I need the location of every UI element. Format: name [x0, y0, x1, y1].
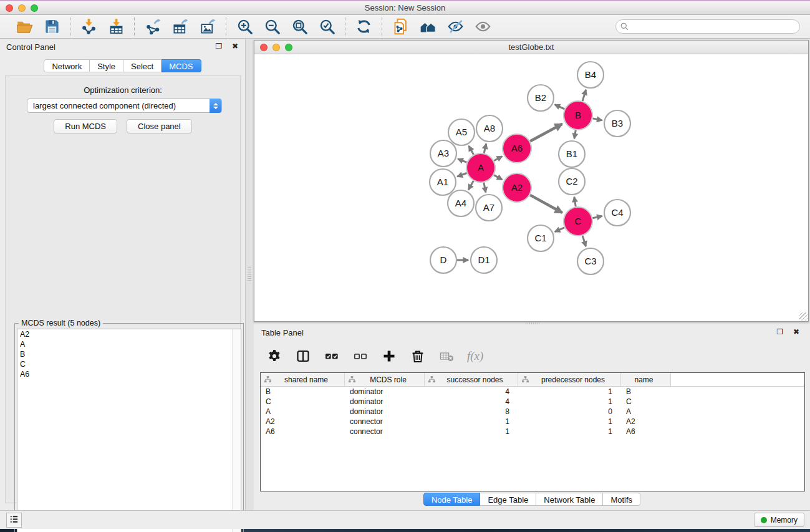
optimization-criterion-select[interactable]: largest connected component (directed): [27, 99, 222, 113]
cell[interactable]: B: [621, 387, 671, 397]
cell[interactable]: A2: [261, 417, 345, 427]
cell[interactable]: connector: [345, 427, 425, 437]
float-panel-icon[interactable]: ❒: [775, 327, 785, 337]
tab-network[interactable]: Network: [44, 59, 90, 72]
divider-grip[interactable]: [248, 267, 251, 281]
node-A2[interactable]: A2: [503, 173, 531, 202]
close-panel-button[interactable]: Close panel: [127, 119, 192, 133]
edge-B-B4[interactable]: [582, 90, 586, 101]
close-traffic-light[interactable]: [6, 4, 13, 12]
edge-C-C2[interactable]: [574, 197, 576, 207]
cell[interactable]: 1: [425, 417, 518, 427]
node-B1[interactable]: B1: [559, 141, 585, 167]
edge-C-C4[interactable]: [592, 216, 602, 218]
export-table-icon[interactable]: [171, 17, 190, 36]
cell[interactable]: dominator: [345, 387, 425, 397]
close-panel-icon[interactable]: ✖: [791, 327, 801, 337]
column-header[interactable]: predecessor nodes: [518, 373, 621, 386]
cell[interactable]: 0: [518, 407, 621, 417]
list-item[interactable]: B: [17, 349, 241, 359]
houses-icon[interactable]: [418, 17, 437, 36]
run-mcds-button[interactable]: Run MCDS: [54, 119, 117, 133]
tab-motifs[interactable]: Motifs: [603, 493, 640, 506]
node-B3[interactable]: B3: [604, 110, 630, 137]
export-image-icon[interactable]: [198, 17, 217, 36]
minimize-traffic-light[interactable]: [272, 44, 280, 51]
edge-A6-B[interactable]: [530, 124, 562, 142]
cell[interactable]: 1: [425, 427, 518, 437]
cell[interactable]: 1: [518, 387, 621, 397]
save-icon[interactable]: [42, 17, 61, 36]
node-A1[interactable]: A1: [430, 169, 456, 195]
node-C1[interactable]: C1: [528, 225, 554, 251]
edge-A-A4[interactable]: [468, 181, 473, 190]
search-input[interactable]: [615, 19, 800, 34]
node-B2[interactable]: B2: [528, 85, 554, 111]
node-B4[interactable]: B4: [577, 62, 604, 88]
zoom-in-icon[interactable]: [235, 17, 254, 36]
select-all-icon[interactable]: [324, 348, 340, 364]
zoom-fit-icon[interactable]: [290, 17, 309, 36]
hide-selected-icon[interactable]: [446, 17, 465, 36]
cell[interactable]: 1: [518, 427, 621, 437]
list-item[interactable]: A: [17, 339, 241, 349]
edge-A2-C[interactable]: [530, 195, 562, 213]
edge-A-A7[interactable]: [484, 183, 486, 193]
tab-edge-table[interactable]: Edge Table: [480, 493, 536, 506]
zoom-out-icon[interactable]: [263, 17, 281, 36]
cell[interactable]: dominator: [345, 407, 425, 417]
task-history-button[interactable]: [6, 513, 22, 528]
node-C[interactable]: C: [564, 207, 592, 236]
delete-icon[interactable]: [410, 348, 426, 364]
cell[interactable]: 4: [425, 387, 518, 397]
node-C4[interactable]: C4: [604, 200, 630, 226]
zoom-traffic-light[interactable]: [285, 44, 292, 51]
cell[interactable]: dominator: [345, 397, 425, 407]
list-item[interactable]: A6: [17, 369, 241, 379]
node-A5[interactable]: A5: [448, 119, 475, 145]
cell[interactable]: 1: [518, 417, 621, 427]
node-D1[interactable]: D1: [471, 247, 497, 273]
edge-A-A6[interactable]: [494, 157, 502, 161]
edge-C-C3[interactable]: [582, 236, 586, 246]
cell[interactable]: A: [261, 407, 345, 417]
cell[interactable]: connector: [345, 417, 425, 427]
cell[interactable]: 4: [425, 397, 518, 407]
import-table-icon[interactable]: [107, 17, 125, 36]
cell[interactable]: 8: [425, 407, 518, 417]
node-A3[interactable]: A3: [430, 140, 456, 167]
list-item[interactable]: A2: [17, 329, 241, 339]
node-A8[interactable]: A8: [476, 115, 503, 142]
column-header[interactable]: successor nodes: [425, 373, 518, 386]
tab-select[interactable]: Select: [123, 59, 162, 72]
node-A[interactable]: A: [466, 153, 495, 182]
column-header[interactable]: MCDS role: [345, 373, 425, 386]
edge-A-A3[interactable]: [458, 159, 466, 163]
node-D[interactable]: D: [430, 247, 456, 273]
edge-A-A2[interactable]: [494, 175, 502, 180]
deselect-all-icon[interactable]: [352, 348, 369, 364]
tab-style[interactable]: Style: [90, 59, 123, 72]
cell[interactable]: A6: [621, 427, 671, 437]
cell[interactable]: A2: [621, 417, 671, 427]
edge-C-C1[interactable]: [555, 228, 564, 232]
cell[interactable]: A: [621, 407, 671, 417]
close-panel-icon[interactable]: ✖: [230, 41, 240, 51]
import-network-icon[interactable]: [79, 17, 98, 36]
cell[interactable]: C: [621, 397, 671, 407]
export-network-icon[interactable]: [143, 17, 162, 36]
show-all-icon[interactable]: [473, 17, 492, 36]
tab-node-table[interactable]: Node Table: [423, 493, 481, 506]
edge-A-A8[interactable]: [484, 143, 486, 153]
resize-grip[interactable]: [799, 312, 808, 321]
list-item[interactable]: C: [17, 359, 241, 369]
edge-A-A1[interactable]: [457, 173, 466, 177]
tab-mcds[interactable]: MCDS: [162, 59, 201, 72]
clone-network-icon[interactable]: [391, 17, 410, 36]
node-A6[interactable]: A6: [503, 134, 531, 163]
edge-B-B1[interactable]: [574, 130, 576, 139]
edge-A-A5[interactable]: [469, 146, 474, 155]
close-traffic-light[interactable]: [260, 44, 268, 51]
tab-network-table[interactable]: Network Table: [536, 493, 603, 506]
cell[interactable]: B: [261, 387, 345, 397]
